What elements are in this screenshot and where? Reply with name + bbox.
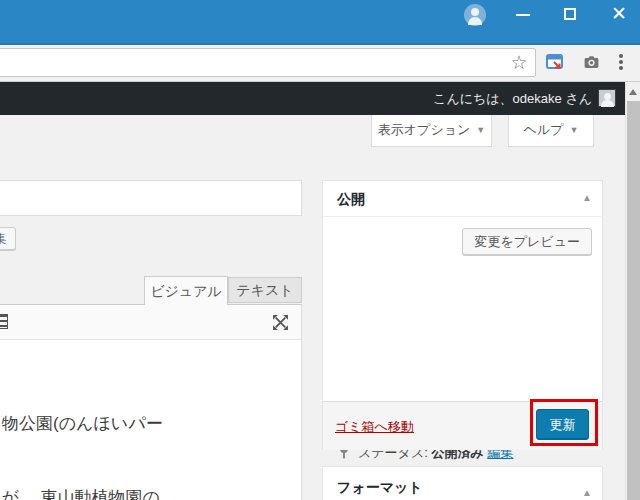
publish-panel: 公開 ▲ 変更をプレビュー ステータス: 公開済み 編集 公開状態: 公開 編集… xyxy=(322,180,603,450)
screen-options-label: 表示オプション xyxy=(378,122,471,137)
os-titlebar: ✕ xyxy=(0,0,640,45)
avatar-body xyxy=(601,100,614,107)
editor-toolbar xyxy=(0,304,302,340)
publish-panel-title: 公開 xyxy=(337,191,365,209)
tab-visual[interactable]: ビジュアル xyxy=(144,276,228,305)
minimize-button[interactable] xyxy=(516,14,530,16)
avatar[interactable] xyxy=(598,89,616,107)
help-label: ヘルプ xyxy=(524,122,564,137)
wp-admin-bar: こんにちは、odekake さん xyxy=(0,82,625,115)
address-bar[interactable]: ☆ xyxy=(0,48,536,77)
collapse-triangle-icon[interactable]: ▲ xyxy=(582,192,592,203)
format-panel: フォーマット ▲ xyxy=(322,466,603,500)
publish-panel-header[interactable]: 公開 ▲ xyxy=(323,181,602,217)
publishing-actions-footer: ゴミ箱へ移動 更新 xyxy=(323,401,602,450)
screen: ✕ ☆ こんにちは、odekake さん xyxy=(0,0,640,500)
profile-icon-body xyxy=(468,17,482,25)
editor-text-line: たが、 東山動植物園の xyxy=(0,486,160,500)
post-title-input[interactable] xyxy=(0,180,302,216)
move-to-trash-link[interactable]: ゴミ箱へ移動 xyxy=(335,418,414,436)
update-button[interactable]: 更新 xyxy=(536,409,589,440)
extension-icon[interactable] xyxy=(546,54,563,71)
permalink-edit-button[interactable]: 集 xyxy=(0,227,16,250)
editor-text-line: 物公園(のんほいパー xyxy=(2,412,163,435)
page-scrollbar[interactable] xyxy=(625,82,640,500)
fullscreen-expand-icon[interactable] xyxy=(272,314,289,331)
chevron-down-icon: ▼ xyxy=(570,125,579,135)
toolbar-toggle-icon[interactable] xyxy=(0,314,8,329)
avatar-head xyxy=(604,93,611,100)
format-panel-title: フォーマット xyxy=(337,479,423,497)
browser-menu-icon[interactable] xyxy=(618,54,624,72)
close-button[interactable]: ✕ xyxy=(608,3,630,25)
admin-greeting[interactable]: こんにちは、odekake さん xyxy=(433,90,592,108)
preview-changes-button[interactable]: 変更をプレビュー xyxy=(462,228,592,255)
browser-profile-icon[interactable] xyxy=(464,4,486,26)
browser-toolbar: ☆ xyxy=(0,47,640,82)
screen-options-button[interactable]: 表示オプション▼ xyxy=(371,115,492,147)
chevron-down-icon: ▼ xyxy=(476,125,485,135)
format-panel-header[interactable]: フォーマット ▲ xyxy=(323,467,602,500)
help-button[interactable]: ヘルプ▼ xyxy=(508,115,594,147)
tab-text[interactable]: テキスト xyxy=(228,277,302,303)
editor-content-area[interactable]: 物公園(のんほいパー たが、 東山動植物園の xyxy=(0,340,302,500)
profile-icon-head xyxy=(471,8,479,16)
collapse-triangle-icon[interactable]: ▲ xyxy=(582,487,592,498)
scrollbar-thumb[interactable] xyxy=(627,101,640,500)
camera-icon[interactable] xyxy=(583,54,600,71)
bookmark-star-icon[interactable]: ☆ xyxy=(507,51,531,75)
scrollbar-up-arrow-icon[interactable] xyxy=(629,89,637,95)
maximize-button[interactable] xyxy=(564,8,576,20)
